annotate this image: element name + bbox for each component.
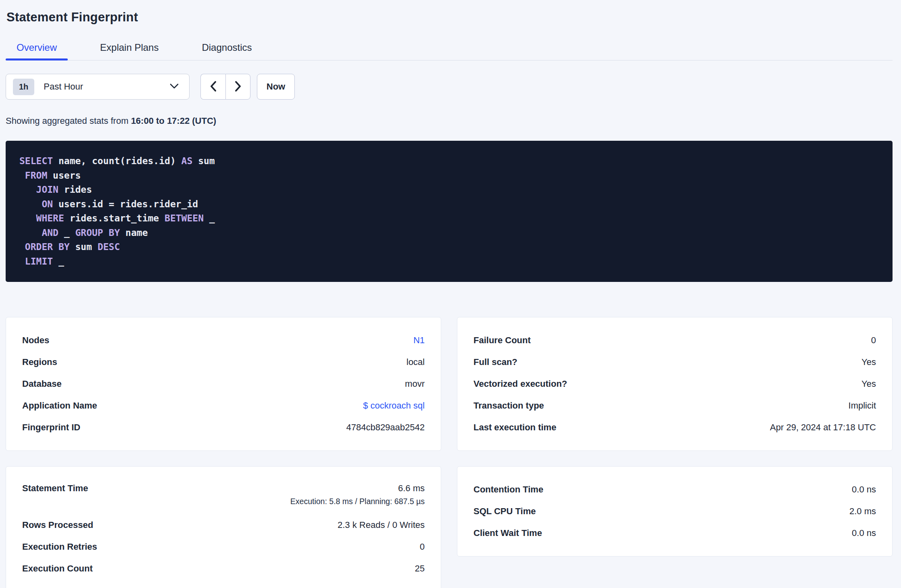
performance-cards-row: Statement Time6.6 msExecution: 5.8 ms / … xyxy=(6,466,893,588)
stat-row: NodesN1 xyxy=(22,329,425,351)
aggregated-stats-line: Showing aggregated stats from 16:00 to 1… xyxy=(6,116,893,126)
chevron-right-icon xyxy=(235,81,242,93)
stat-value-group: Yes xyxy=(861,357,876,367)
stat-value-link[interactable]: N1 xyxy=(413,335,425,346)
stats-line-prefix: Showing aggregated stats from xyxy=(6,116,131,126)
stat-label: Application Name xyxy=(22,400,97,411)
stat-label: Contention Time xyxy=(473,484,543,495)
stat-value-group: $ cockroach sql xyxy=(363,400,425,411)
stat-row: Fingerprint ID4784cb829aab2542 xyxy=(22,417,425,438)
stat-value-group: Yes xyxy=(861,379,876,389)
stat-value: Yes xyxy=(861,379,876,389)
stat-value-group: Apr 29, 2024 at 17:18 UTC xyxy=(770,422,876,433)
tab-explain-plans[interactable]: Explain Plans xyxy=(89,42,169,60)
sql-line: LIMIT _ xyxy=(19,254,879,269)
stat-value: 2.0 ms xyxy=(849,506,876,517)
tab-diagnostics[interactable]: Diagnostics xyxy=(191,42,263,60)
time-range-arrows xyxy=(200,74,250,100)
stat-row: Full scan?Yes xyxy=(473,351,876,373)
stat-row: Last execution timeApr 29, 2024 at 17:18… xyxy=(473,417,876,438)
sql-line: ON users.id = rides.rider_id xyxy=(19,197,879,212)
sql-line: ORDER BY sum DESC xyxy=(19,240,879,254)
stat-row: Databasemovr xyxy=(22,373,425,395)
chevron-left-icon xyxy=(210,81,217,93)
execution-attributes-card: Failure Count0Full scan?YesVectorized ex… xyxy=(457,317,893,451)
statement-details-card: NodesN1RegionslocalDatabasemovrApplicati… xyxy=(6,317,441,451)
stat-label: Regions xyxy=(22,357,57,367)
stat-label: SQL CPU Time xyxy=(473,506,536,517)
stat-value-group: Implicit xyxy=(849,400,876,411)
tab-overview[interactable]: Overview xyxy=(6,42,68,60)
stat-label: Vectorized execution? xyxy=(473,379,567,389)
sql-line: FROM users xyxy=(19,169,879,183)
stat-value: 0.0 ns xyxy=(852,528,876,538)
stat-value: Apr 29, 2024 at 17:18 UTC xyxy=(770,422,876,433)
stat-value-group: 0.0 ns xyxy=(852,528,876,538)
stat-row: Contention Time0.0 ns xyxy=(473,479,876,500)
stat-value: 0.0 ns xyxy=(852,484,876,495)
stat-row: Statement Time6.6 msExecution: 5.8 ms / … xyxy=(22,479,425,514)
stat-value: local xyxy=(407,357,425,367)
stat-label: Client Wait Time xyxy=(473,528,542,538)
stat-label: Database xyxy=(22,379,62,389)
stat-value: Implicit xyxy=(849,400,876,411)
interval-badge: 1h xyxy=(13,79,34,95)
sql-line: SELECT name, count(rides.id) AS sum xyxy=(19,154,879,169)
stat-row: Vectorized execution?Yes xyxy=(473,373,876,395)
time-interval-select[interactable]: 1h Past Hour xyxy=(6,74,190,100)
stat-label: Full scan? xyxy=(473,357,517,367)
stat-value-group: 6.6 msExecution: 5.8 ms / Planning: 687.… xyxy=(290,483,425,506)
interval-label: Past Hour xyxy=(44,81,170,92)
stat-label: Failure Count xyxy=(473,335,531,346)
stat-label: Fingerprint ID xyxy=(22,422,80,433)
stat-row: Failure Count0 xyxy=(473,329,876,351)
stat-label: Transaction type xyxy=(473,400,544,411)
stat-subvalue: Execution: 5.8 ms / Planning: 687.5 µs xyxy=(290,497,425,506)
statement-fingerprint-page: Statement Fingerprint OverviewExplain Pl… xyxy=(0,0,901,588)
stat-value: Yes xyxy=(861,357,876,367)
stat-value-group: 2.3 k Reads / 0 Writes xyxy=(338,520,425,530)
stat-value: movr xyxy=(405,379,425,389)
stat-row: Execution Retries0 xyxy=(22,536,425,558)
previous-interval-button[interactable] xyxy=(200,74,225,100)
stat-value-group: 2.0 ms xyxy=(849,506,876,517)
now-button[interactable]: Now xyxy=(257,74,295,100)
stat-row: Client Wait Time0.0 ns xyxy=(473,522,876,544)
statement-time-card: Statement Time6.6 msExecution: 5.8 ms / … xyxy=(6,466,441,588)
stat-row: Transaction typeImplicit xyxy=(473,395,876,417)
wait-time-card: Contention Time0.0 nsSQL CPU Time2.0 msC… xyxy=(457,466,893,557)
stat-row: Regionslocal xyxy=(22,351,425,373)
stat-value-group: N1 xyxy=(413,335,425,346)
page-title: Statement Fingerprint xyxy=(6,10,893,25)
stat-value: 25 xyxy=(415,563,425,574)
sql-line: WHERE rides.start_time BETWEEN _ xyxy=(19,211,879,226)
stat-value: 6.6 ms xyxy=(290,483,425,494)
next-interval-button[interactable] xyxy=(225,74,250,100)
stat-value-group: 4784cb829aab2542 xyxy=(346,422,425,433)
stat-value-group: 0.0 ns xyxy=(852,484,876,495)
stat-value-group: 0 xyxy=(871,335,876,346)
sql-line: AND _ GROUP BY name xyxy=(19,226,879,240)
stat-label: Rows Processed xyxy=(22,520,93,530)
stat-value-group: local xyxy=(407,357,425,367)
stat-label: Last execution time xyxy=(473,422,556,433)
stat-value-group: 25 xyxy=(415,563,425,574)
stat-value: 0 xyxy=(871,335,876,346)
stat-label: Execution Retries xyxy=(22,542,97,552)
sql-line: JOIN rides xyxy=(19,183,879,197)
stat-row: Rows Processed2.3 k Reads / 0 Writes xyxy=(22,514,425,536)
stat-label: Nodes xyxy=(22,335,49,346)
stat-value: 2.3 k Reads / 0 Writes xyxy=(338,520,425,530)
time-controls: 1h Past Hour Now xyxy=(6,74,893,100)
stat-row: Application Name$ cockroach sql xyxy=(22,395,425,417)
stat-value-group: 0 xyxy=(420,542,425,552)
stat-label: Statement Time xyxy=(22,483,88,494)
stat-value: 4784cb829aab2542 xyxy=(346,422,425,433)
tab-bar: OverviewExplain PlansDiagnostics xyxy=(6,42,893,60)
stat-value-link[interactable]: $ cockroach sql xyxy=(363,400,425,411)
stat-value-group: movr xyxy=(405,379,425,389)
stat-value: 0 xyxy=(420,542,425,552)
sql-statement-block: SELECT name, count(rides.id) AS sum FROM… xyxy=(6,141,893,282)
details-cards-row: NodesN1RegionslocalDatabasemovrApplicati… xyxy=(6,317,893,451)
stats-line-range: 16:00 to 17:22 (UTC) xyxy=(131,116,217,126)
